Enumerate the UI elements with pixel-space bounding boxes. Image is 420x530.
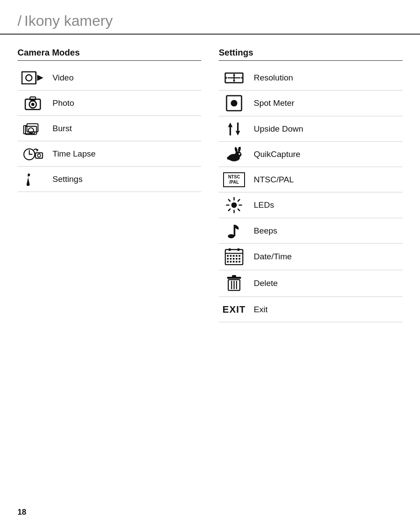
svg-rect-60 [227, 261, 229, 263]
svg-rect-47 [234, 224, 235, 236]
upsidedown-icon [219, 122, 249, 136]
content-area: Camera Modes Video [0, 48, 420, 322]
list-item: Settings [18, 167, 201, 192]
quikcapture-label: QuikCapture [254, 150, 301, 159]
svg-rect-50 [227, 255, 229, 257]
ntscpal-box: NTSC /PAL [223, 172, 245, 187]
header-title: Ikony kamery [24, 12, 112, 29]
ntscpal-label: NTSC/PAL [254, 175, 294, 185]
pal-text: /PAL [229, 180, 239, 185]
svg-marker-24 [233, 80, 235, 82]
svg-marker-27 [228, 122, 232, 127]
exit-label: Exit [254, 305, 268, 314]
svg-rect-0 [22, 72, 36, 84]
header-slash: / [18, 12, 21, 29]
svg-rect-66 [238, 248, 240, 251]
list-item: LEDs [219, 192, 402, 218]
exit-text: EXIT [223, 304, 246, 315]
svg-rect-55 [227, 258, 229, 260]
spotmeter-icon [219, 95, 249, 112]
list-item: Video [18, 65, 201, 91]
list-item: Resolution [219, 65, 402, 91]
svg-rect-63 [236, 261, 238, 263]
list-item: Date/Time [219, 244, 402, 270]
svg-rect-64 [238, 261, 240, 263]
settings-mode-label: Settings [52, 174, 83, 184]
resolution-icon [219, 70, 249, 85]
video-icon [18, 71, 48, 84]
svg-rect-54 [238, 255, 240, 257]
svg-rect-59 [238, 258, 240, 260]
list-item: QuikCapture [219, 142, 402, 167]
svg-rect-57 [233, 258, 234, 260]
ntscpal-icon: NTSC /PAL [219, 172, 249, 187]
list-item: Photo [18, 91, 201, 116]
exit-icon: EXIT [219, 304, 249, 315]
beeps-icon [219, 223, 249, 239]
burst-icon [18, 121, 48, 136]
burst-label: Burst [52, 124, 72, 133]
svg-point-46 [228, 234, 234, 238]
resolution-label: Resolution [254, 73, 293, 83]
beeps-label: Beeps [254, 226, 277, 236]
svg-point-37 [231, 202, 237, 208]
list-item: Spot Meter [219, 91, 402, 116]
page-header: /Ikony kamery [0, 0, 420, 35]
svg-rect-65 [229, 248, 231, 251]
svg-point-6 [31, 103, 34, 106]
svg-rect-4 [30, 97, 36, 100]
leds-icon [219, 197, 249, 213]
svg-line-43 [238, 209, 240, 211]
svg-line-44 [238, 199, 240, 201]
list-item: Time Lapse [18, 141, 201, 167]
svg-marker-29 [235, 131, 240, 135]
svg-rect-56 [230, 258, 231, 260]
svg-rect-68 [232, 275, 236, 277]
settings-column: Settings Resolution [219, 48, 402, 322]
photo-label: Photo [52, 98, 74, 108]
svg-rect-28 [230, 127, 231, 135]
svg-point-36 [227, 156, 231, 160]
list-item: Upside Down [219, 116, 402, 142]
leds-label: LEDs [254, 200, 274, 210]
camera-modes-title: Camera Modes [18, 48, 201, 61]
svg-marker-23 [233, 73, 235, 75]
delete-icon [219, 275, 249, 292]
svg-rect-51 [230, 255, 231, 257]
photo-icon [18, 96, 48, 111]
page-number: 18 [18, 508, 26, 517]
svg-rect-61 [230, 261, 231, 263]
list-item: NTSC /PAL NTSC/PAL [219, 167, 402, 192]
settings-icon [18, 172, 48, 187]
ntsc-text: NTSC [228, 174, 240, 180]
datetime-label: Date/Time [254, 252, 292, 262]
list-item: EXIT Exit [219, 297, 402, 322]
list-item: Beeps [219, 218, 402, 244]
timelapse-label: Time Lapse [52, 149, 96, 159]
quikcapture-icon [219, 147, 249, 162]
svg-point-26 [231, 100, 237, 106]
svg-rect-58 [236, 258, 238, 260]
svg-marker-14 [36, 148, 38, 151]
svg-point-1 [26, 75, 32, 81]
svg-marker-2 [37, 75, 43, 81]
svg-point-35 [238, 153, 240, 155]
svg-rect-62 [233, 261, 234, 263]
timelapse-icon [18, 146, 48, 162]
spotmeter-label: Spot Meter [254, 98, 294, 108]
delete-label: Delete [254, 279, 278, 288]
camera-modes-column: Camera Modes Video [18, 48, 219, 322]
upsidedown-label: Upside Down [254, 124, 303, 134]
list-item: Delete [219, 270, 402, 297]
svg-point-32 [235, 151, 242, 157]
datetime-icon [219, 248, 249, 265]
svg-rect-52 [233, 255, 234, 257]
svg-rect-30 [237, 122, 238, 131]
svg-line-45 [228, 209, 230, 211]
svg-rect-53 [236, 255, 238, 257]
video-label: Video [52, 73, 74, 83]
settings-title: Settings [219, 48, 402, 61]
list-item: Burst [18, 116, 201, 141]
svg-point-16 [38, 154, 41, 157]
svg-line-42 [228, 199, 230, 201]
